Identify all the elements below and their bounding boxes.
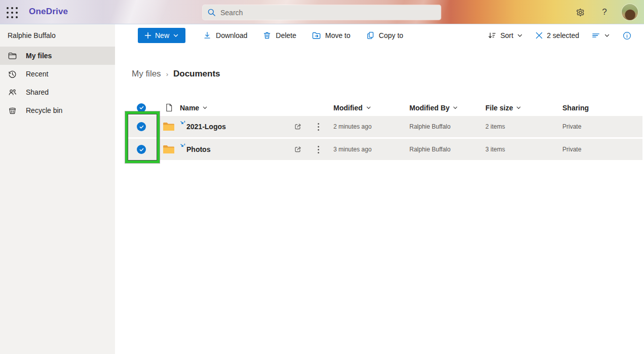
sidebar-item-label: Recycle bin	[26, 106, 62, 114]
chevron-down-icon	[517, 32, 523, 38]
copy-to-button[interactable]: Copy to	[366, 31, 403, 41]
sidebar-item-recycle-bin[interactable]: Recycle bin	[0, 101, 115, 120]
sidebar-item-shared[interactable]: Shared	[0, 83, 115, 101]
top-banner: OneDrive ?	[0, 0, 644, 24]
list-header-row: Name Modified Modified By File size	[125, 99, 642, 116]
new-item-badge-icon	[180, 143, 185, 149]
command-bar: New Download Delete	[115, 24, 644, 47]
file-browser: My files › Documents Name	[115, 47, 644, 354]
app-launcher-icon[interactable]	[6, 7, 18, 18]
modified-by-value: Ralphie Buffalo	[404, 123, 480, 130]
people-icon	[8, 88, 17, 97]
new-item-badge-icon	[180, 121, 185, 126]
file-size-value: 3 items	[480, 146, 557, 153]
sharing-value[interactable]: Private	[557, 123, 642, 130]
sharing-value[interactable]: Private	[557, 146, 642, 153]
file-size-value: 2 items	[480, 123, 557, 130]
folder-icon	[8, 51, 17, 61]
file-row-2021-logos[interactable]: 2021-Logos 2 minutes ago Ralphie Buffalo…	[125, 116, 642, 137]
delete-button[interactable]: Delete	[262, 31, 296, 41]
search-bar[interactable]	[203, 5, 441, 20]
new-button-label: New	[155, 31, 169, 40]
onedrive-logo[interactable]: OneDrive	[29, 7, 68, 17]
sidebar-item-my-files[interactable]: My files	[0, 47, 115, 65]
help-icon[interactable]: ?	[597, 5, 612, 19]
user-avatar[interactable]	[622, 4, 638, 20]
folder-icon	[158, 144, 180, 154]
row-checkbox[interactable]	[137, 145, 146, 154]
clear-selection-button[interactable]: 2 selected	[535, 31, 579, 40]
download-button[interactable]: Download	[203, 31, 247, 41]
breadcrumb: My files › Documents	[132, 69, 220, 79]
move-to-label: Move to	[325, 31, 351, 40]
sidebar-item-recent[interactable]: Recent	[0, 65, 115, 83]
sort-icon	[487, 31, 497, 40]
copy-to-label: Copy to	[379, 31, 403, 40]
file-list: Name Modified Modified By File size	[125, 99, 642, 162]
download-icon	[203, 31, 212, 40]
more-actions-icon[interactable]	[309, 123, 328, 131]
more-actions-icon[interactable]	[309, 146, 328, 153]
share-icon[interactable]	[287, 122, 309, 131]
sidebar-item-label: Shared	[26, 88, 49, 96]
new-button[interactable]: New	[138, 28, 185, 43]
select-all-checkbox[interactable]	[137, 103, 146, 112]
move-to-icon	[312, 31, 321, 41]
settings-gear-icon[interactable]	[573, 5, 587, 19]
chevron-down-icon	[366, 105, 371, 110]
view-options-button[interactable]	[591, 31, 610, 40]
modified-value: 2 minutes ago	[328, 123, 404, 130]
chevron-down-icon	[604, 32, 610, 38]
history-icon	[8, 69, 17, 79]
sidebar-user-name: Ralphie Buffalo	[0, 24, 115, 47]
column-header-name[interactable]: Name	[180, 104, 287, 112]
modified-by-value: Ralphie Buffalo	[404, 146, 480, 153]
row-checkbox[interactable]	[137, 122, 146, 131]
column-header-sharing[interactable]: Sharing	[557, 104, 642, 112]
breadcrumb-my-files[interactable]: My files	[132, 69, 161, 79]
plus-icon	[144, 32, 151, 39]
column-header-file-size[interactable]: File size	[480, 104, 557, 112]
move-to-button[interactable]: Move to	[312, 31, 351, 41]
modified-value: 3 minutes ago	[328, 146, 404, 153]
chevron-down-icon	[452, 105, 458, 110]
chevron-down-icon	[173, 32, 179, 38]
list-view-icon	[591, 31, 600, 40]
folder-icon	[158, 122, 180, 132]
recycle-bin-icon	[8, 106, 17, 115]
chevron-right-icon: ›	[166, 70, 168, 78]
column-header-modified-by[interactable]: Modified By	[404, 104, 480, 112]
info-icon	[622, 31, 632, 41]
details-pane-button[interactable]	[622, 31, 632, 41]
file-row-photos[interactable]: Photos 3 minutes ago Ralphie Buffalo 3 i…	[125, 139, 642, 160]
sort-label: Sort	[500, 31, 513, 40]
search-input[interactable]	[220, 9, 436, 17]
file-name[interactable]: Photos	[186, 145, 210, 153]
breadcrumb-current-folder: Documents	[173, 69, 220, 79]
share-icon[interactable]	[287, 145, 309, 154]
trash-icon	[262, 31, 272, 40]
column-header-modified[interactable]: Modified	[328, 104, 404, 112]
chevron-down-icon	[516, 105, 521, 110]
delete-label: Delete	[276, 31, 296, 40]
sidebar-item-label: My files	[26, 52, 52, 60]
sidebar: Ralphie Buffalo My files Recent Shared	[0, 24, 115, 354]
selection-count-label: 2 selected	[547, 31, 579, 40]
file-name[interactable]: 2021-Logos	[186, 123, 226, 131]
file-type-icon	[158, 103, 180, 112]
search-icon	[207, 8, 216, 17]
download-label: Download	[216, 31, 247, 40]
close-icon	[535, 31, 543, 40]
copy-to-icon	[366, 31, 375, 40]
sidebar-item-label: Recent	[26, 70, 48, 78]
sort-button[interactable]: Sort	[487, 31, 523, 40]
chevron-down-icon	[202, 105, 208, 110]
